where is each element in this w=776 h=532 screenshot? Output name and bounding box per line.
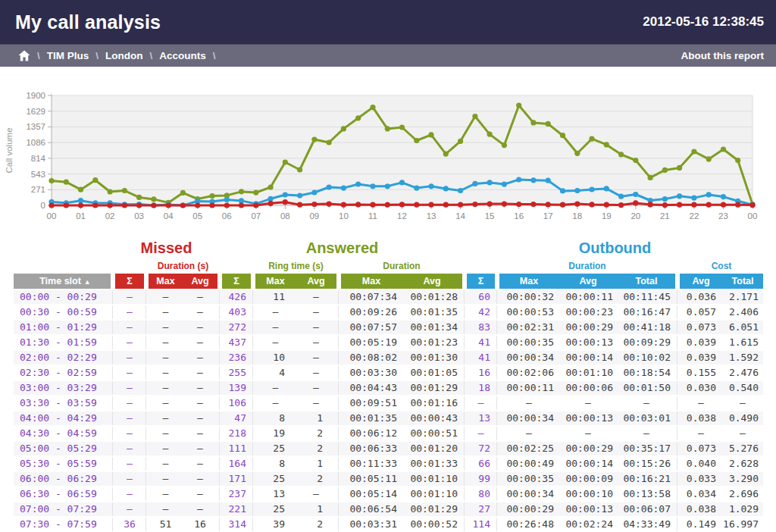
col-header-answered-dur-avg[interactable]: Avg (402, 274, 462, 289)
cell: 00:04:43 (341, 380, 402, 396)
breadcrumb-item-london[interactable]: London (105, 50, 142, 61)
cell: 00:00:09 (559, 471, 618, 487)
data-point (443, 186, 449, 191)
col-header-missed-avg[interactable]: Avg (183, 274, 217, 289)
cell: 00:01:35 (402, 305, 462, 320)
col-header-cost-avg[interactable]: Avg (680, 274, 722, 289)
cell[interactable]: 03:30 - 03:59 (14, 396, 111, 411)
about-report-link[interactable]: About this report (681, 50, 765, 61)
data-point (560, 133, 565, 138)
cell: 218 (222, 426, 251, 441)
cell: 164 (222, 456, 251, 471)
cell: – (115, 441, 144, 456)
data-point (546, 202, 551, 207)
cell[interactable]: 02:00 - 02:29 (14, 350, 111, 365)
cell: 80 (467, 487, 495, 502)
cell: – (183, 411, 217, 426)
cell: – (149, 426, 183, 441)
breadcrumb-item-accounts[interactable]: Accounts (159, 50, 206, 61)
cell: – (115, 320, 144, 335)
cell[interactable]: 02:30 - 02:59 (14, 365, 111, 380)
data-point (48, 202, 54, 208)
data-point (224, 197, 230, 202)
data-point (122, 202, 127, 208)
data-point (428, 202, 433, 208)
data-point (180, 190, 186, 196)
cell: – (115, 471, 144, 487)
data-point (706, 202, 712, 208)
table-row: 06:30 - 06:59–––23713–00:05:1400:01:1080… (14, 487, 763, 502)
cell: 0.040 (680, 456, 722, 471)
data-point (633, 200, 638, 205)
data-point (92, 202, 98, 208)
col-header-outbound-dur-max[interactable]: Max (499, 274, 559, 289)
home-icon[interactable] (18, 50, 30, 61)
cell: 00:01:20 (402, 441, 462, 456)
cell: – (115, 289, 144, 305)
col-header-answered-sum[interactable]: Σ (222, 274, 251, 289)
data-point (64, 202, 69, 208)
cell[interactable]: 04:30 - 04:59 (14, 426, 111, 441)
breadcrumb: \ TIM Plus \ London \ Accounts \ About t… (0, 44, 776, 67)
cell: 00:02:24 (559, 517, 618, 532)
cell: 0.155 (680, 365, 722, 380)
cell: – (255, 320, 296, 335)
col-header-ring-max[interactable]: Max (255, 274, 296, 289)
cell: – (255, 305, 296, 320)
cell[interactable]: 01:00 - 01:29 (14, 320, 111, 335)
data-point (428, 183, 433, 189)
col-header-ring-avg[interactable]: Avg (296, 274, 336, 289)
cell: 00:00:11 (559, 289, 618, 305)
data-point (385, 202, 390, 208)
sort-ascending-icon: ▲ (84, 278, 91, 286)
data-point (327, 139, 332, 145)
col-header-cost-total[interactable]: Total (722, 274, 763, 289)
data-point (633, 158, 638, 163)
subheader-ring-time: Ring time (s) (255, 258, 336, 274)
cell[interactable]: 00:30 - 00:59 (14, 305, 111, 320)
cell[interactable]: 07:00 - 07:29 (14, 502, 111, 517)
cell[interactable]: 03:00 - 03:29 (14, 380, 111, 396)
table-row: 04:00 - 04:29–––478100:01:3500:00:431300… (14, 411, 763, 426)
data-point (735, 158, 740, 163)
cell: – (183, 289, 217, 305)
col-header-missed-sum[interactable]: Σ (115, 274, 144, 289)
svg-text:00: 00 (748, 211, 758, 221)
cell: – (296, 320, 336, 335)
cell[interactable]: 05:30 - 05:59 (14, 456, 111, 471)
cell: – (115, 456, 144, 471)
col-header-outbound-dur-total[interactable]: Total (618, 274, 675, 289)
cell[interactable]: 06:30 - 06:59 (14, 487, 111, 502)
cell: 00:09:26 (341, 305, 402, 320)
cell: 25 (255, 441, 296, 456)
data-point (151, 196, 156, 202)
breadcrumb-item-tim-plus[interactable]: TIM Plus (47, 50, 89, 61)
cell[interactable]: 04:00 - 04:29 (14, 411, 111, 426)
cell[interactable]: 06:00 - 06:29 (14, 471, 111, 487)
cell: – (115, 426, 144, 441)
col-header-outbound-dur-avg[interactable]: Avg (559, 274, 618, 289)
cell: – (722, 426, 763, 441)
cell[interactable]: 05:00 - 05:29 (14, 441, 111, 456)
col-header-time-slot[interactable]: Time slot▲ (14, 274, 111, 289)
col-header-answered-dur-max[interactable]: Max (341, 274, 402, 289)
cell: 3.290 (722, 471, 763, 487)
cell: 0.030 (680, 380, 722, 396)
data-point (180, 202, 186, 208)
col-header-outbound-sum[interactable]: Σ (467, 274, 495, 289)
col-header-missed-max[interactable]: Max (149, 274, 183, 289)
cell: 00:00:14 (559, 456, 618, 471)
cell: 99 (467, 471, 495, 487)
call-volume-chart-svg: 0271543814108613571629190000010203040506… (0, 74, 776, 224)
cell: 114 (467, 517, 495, 532)
cell[interactable]: 01:30 - 01:59 (14, 335, 111, 350)
cell: 314 (222, 517, 251, 532)
svg-text:1629: 1629 (26, 107, 45, 116)
cell: – (115, 350, 144, 365)
cell: 00:00:32 (499, 289, 559, 305)
data-point (297, 167, 302, 172)
svg-text:11: 11 (368, 211, 377, 221)
cell: 00:00:34 (499, 350, 559, 365)
cell[interactable]: 00:00 - 00:29 (14, 289, 111, 305)
cell[interactable]: 07:30 - 07:59 (14, 517, 111, 532)
